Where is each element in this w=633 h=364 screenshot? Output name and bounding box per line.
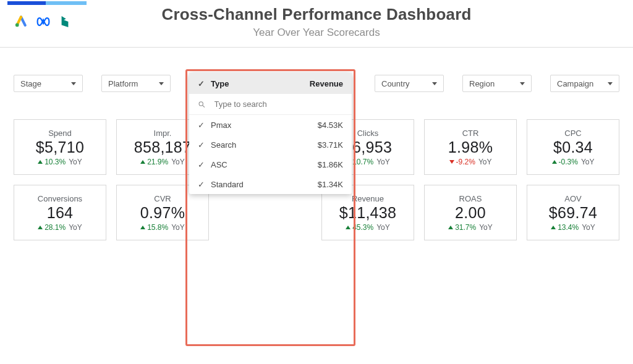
- filter-label: Stage: [20, 79, 41, 88]
- scorecard-value: $5,710: [36, 138, 84, 156]
- filter-label: Platform: [108, 79, 138, 88]
- svg-point-0: [15, 23, 19, 27]
- meta-icon: [36, 16, 51, 27]
- scorecard-label: Clicks: [357, 129, 379, 138]
- dropdown-column-metric: Revenue: [310, 79, 343, 88]
- scorecard-change: -9.2%YoY: [449, 158, 492, 166]
- filter-country[interactable]: Country: [375, 75, 444, 92]
- scorecard-change: 31.7%YoY: [448, 223, 493, 232]
- scorecard-value: $11,438: [339, 204, 396, 222]
- page-subtitle: Year Over Year Scorecards: [161, 27, 471, 39]
- filter-campaign[interactable]: Campaign: [550, 75, 619, 92]
- check-icon: [198, 140, 205, 150]
- dropdown-option[interactable]: Pmax $4.53K: [189, 115, 352, 135]
- dropdown-header: Type Revenue: [189, 73, 352, 94]
- scorecard-label: Impr.: [154, 129, 172, 138]
- scorecard-value: 1.98%: [448, 138, 493, 156]
- scorecard-label: ROAS: [459, 194, 482, 203]
- dropdown-option-value: $3.71K: [318, 140, 343, 150]
- google-ads-icon: [15, 15, 27, 28]
- type-filter-dropdown: Type Revenue Pmax $4.53K Search $3.71K A…: [189, 73, 352, 194]
- chevron-down-icon: [520, 82, 525, 85]
- filter-region[interactable]: Region: [462, 75, 532, 92]
- scorecard-label: CVR: [154, 194, 171, 203]
- scorecard-change: 28.1%YoY: [38, 223, 82, 232]
- scorecard-conversions: Conversions 164 28.1%YoY: [14, 185, 106, 240]
- chevron-down-icon: [432, 82, 437, 85]
- dropdown-column-label: Type: [211, 79, 229, 88]
- scorecard-value: $0.34: [553, 138, 593, 156]
- scorecard-change: 10.3%YoY: [38, 158, 82, 166]
- arrow-up-icon: [346, 226, 350, 229]
- filter-platform[interactable]: Platform: [101, 75, 171, 92]
- filter-label: Region: [469, 79, 495, 88]
- scorecard-change: 15.8%YoY: [140, 223, 185, 232]
- scorecard-change: 13.4%YoY: [551, 223, 595, 232]
- dropdown-search-input[interactable]: [213, 99, 343, 109]
- arrow-down-icon: [449, 160, 454, 164]
- svg-point-1: [199, 101, 203, 105]
- scorecard-value: $69.74: [549, 204, 597, 222]
- filter-label: Campaign: [557, 79, 593, 88]
- page-title: Cross-Channel Performance Dashboard: [161, 5, 471, 24]
- dropdown-option-value: $1.34K: [318, 180, 343, 189]
- bing-ads-icon: [59, 15, 70, 28]
- arrow-up-icon: [38, 160, 43, 164]
- progress-bar-segment-dark: [7, 1, 46, 5]
- scorecard-label: Conversions: [38, 194, 82, 203]
- dropdown-option[interactable]: ASC $1.86K: [189, 154, 352, 174]
- scorecard-change: 10.7%YoY: [346, 158, 390, 166]
- svg-line-2: [203, 105, 205, 107]
- scorecard-label: CPC: [564, 129, 581, 138]
- check-icon: [198, 121, 205, 130]
- chevron-down-icon: [71, 82, 76, 85]
- dropdown-option[interactable]: Standard $1.34K: [189, 174, 352, 194]
- scorecard-change: 21.9%YoY: [140, 158, 185, 166]
- scorecard-value: 2.00: [455, 204, 486, 222]
- dropdown-option-label: ASC: [211, 160, 227, 169]
- arrow-up-icon: [448, 226, 453, 229]
- scorecard-label: CTR: [462, 129, 479, 138]
- filter-stage[interactable]: Stage: [14, 75, 83, 92]
- check-icon[interactable]: [198, 79, 205, 88]
- check-icon: [198, 180, 205, 189]
- scorecard-cpc: CPC $0.34 -0.3%YoY: [527, 119, 619, 175]
- scorecard-value: 858,187: [134, 138, 191, 156]
- scorecard-label: Spend: [48, 129, 72, 138]
- arrow-up-icon: [140, 226, 145, 229]
- chevron-down-icon: [608, 82, 613, 85]
- arrow-up-icon: [140, 160, 145, 164]
- dropdown-option[interactable]: Search $3.71K: [189, 135, 352, 154]
- dropdown-option-label: Search: [211, 140, 236, 150]
- arrow-up-icon: [552, 160, 557, 164]
- dropdown-option-value: $1.86K: [318, 160, 343, 169]
- progress-bar: [7, 1, 87, 5]
- scorecard-spend: Spend $5,710 10.3%YoY: [14, 119, 106, 175]
- scorecard-value: 0.97%: [140, 204, 185, 222]
- scorecard-change: -0.3%YoY: [552, 158, 595, 166]
- dropdown-option-label: Standard: [211, 180, 244, 189]
- scorecard-aov: AOV $69.74 13.4%YoY: [527, 185, 619, 240]
- filter-label: Country: [381, 79, 410, 88]
- arrow-up-icon: [38, 226, 43, 229]
- search-icon: [198, 100, 206, 109]
- dropdown-option-label: Pmax: [211, 121, 231, 130]
- scorecard-value: 164: [47, 204, 74, 222]
- header-area: Cross-Channel Performance Dashboard Year…: [0, 1, 633, 47]
- scorecard-change: 45.3%YoY: [346, 223, 390, 232]
- scorecard-label: Revenue: [352, 194, 384, 203]
- progress-bar-segment-light: [46, 1, 87, 5]
- scorecard-label: AOV: [564, 194, 581, 203]
- arrow-up-icon: [551, 226, 556, 229]
- dropdown-search: [189, 94, 352, 115]
- dropdown-option-value: $4.53K: [318, 121, 343, 130]
- check-icon: [198, 160, 205, 169]
- scorecard-ctr: CTR 1.98% -9.2%YoY: [424, 119, 517, 175]
- scorecard-roas: ROAS 2.00 31.7%YoY: [424, 185, 517, 240]
- chevron-down-icon: [159, 82, 164, 85]
